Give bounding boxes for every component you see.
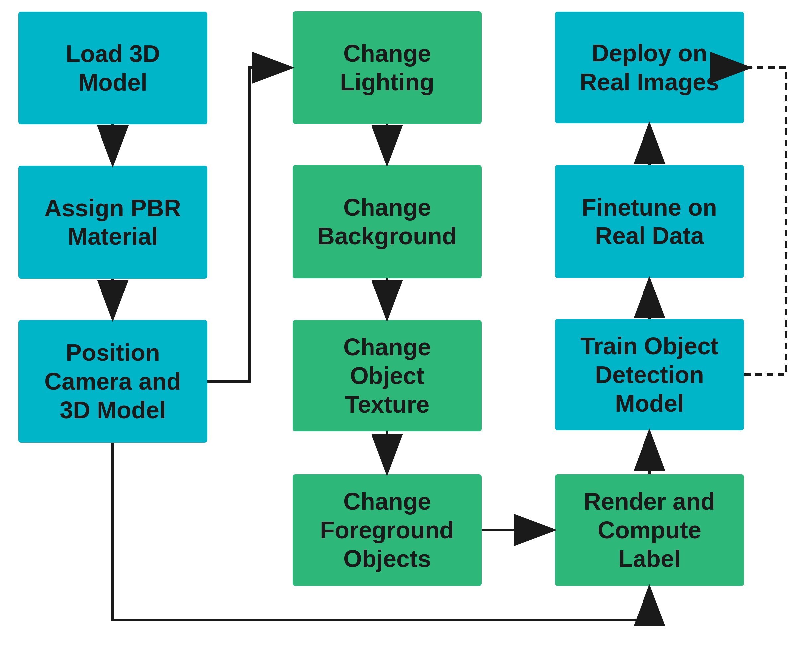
position-camera-box: PositionCamera and3D Model (18, 320, 207, 443)
arrow-position-to-lighting (207, 68, 289, 381)
position-camera-label: PositionCamera and3D Model (44, 338, 181, 424)
deploy-real-label: Deploy onReal Images (580, 39, 719, 96)
render-label-box: Render andComputeLabel (555, 474, 744, 586)
diagram-container: Load 3DModel Assign PBRMaterial Position… (0, 0, 812, 647)
load-3d-model-label: Load 3DModel (66, 40, 160, 97)
change-foreground-box: ChangeForegroundObjects (293, 474, 482, 586)
change-lighting-label: ChangeLighting (340, 39, 434, 96)
load-3d-model-box: Load 3DModel (18, 12, 207, 124)
change-background-box: ChangeBackground (293, 165, 482, 278)
change-lighting-box: ChangeLighting (293, 11, 482, 124)
finetune-real-box: Finetune onReal Data (555, 165, 744, 278)
train-detection-label: Train ObjectDetectionModel (580, 332, 719, 418)
change-texture-box: ChangeObjectTexture (293, 320, 482, 432)
arrow-train-to-deploy-loop (744, 68, 786, 375)
train-detection-box: Train ObjectDetectionModel (555, 319, 744, 430)
change-foreground-label: ChangeForegroundObjects (320, 487, 454, 573)
assign-pbr-label: Assign PBRMaterial (44, 194, 181, 251)
deploy-real-box: Deploy onReal Images (555, 12, 744, 124)
change-background-label: ChangeBackground (317, 193, 457, 250)
render-label-label: Render andComputeLabel (584, 487, 715, 573)
finetune-real-label: Finetune onReal Data (582, 193, 717, 250)
change-texture-label: ChangeObjectTexture (343, 333, 431, 418)
assign-pbr-box: Assign PBRMaterial (18, 166, 207, 279)
